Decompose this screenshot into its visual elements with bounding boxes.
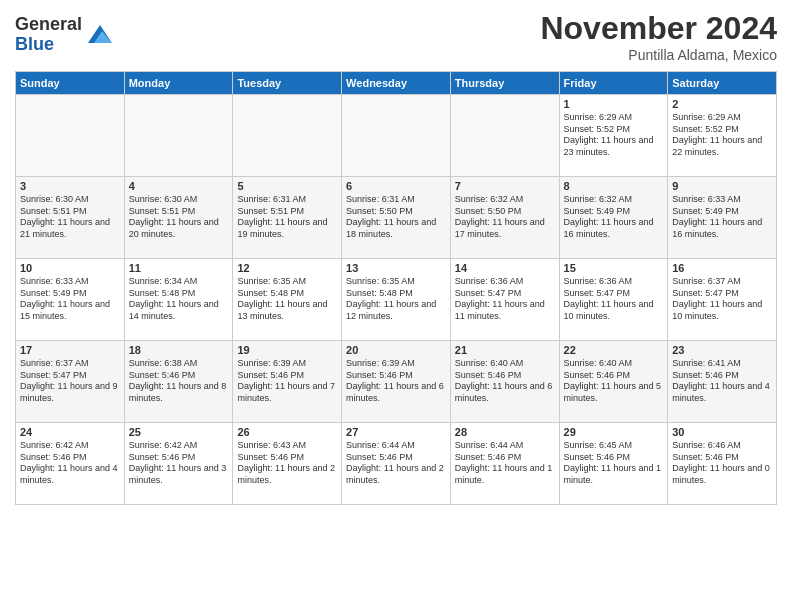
day-info: Daylight: 11 hours and 16 minutes. — [564, 217, 664, 240]
day-info: Daylight: 11 hours and 1 minute. — [564, 463, 664, 486]
day-info: Sunrise: 6:40 AM — [455, 358, 555, 370]
day-info: Daylight: 11 hours and 21 minutes. — [20, 217, 120, 240]
calendar-cell: 13Sunrise: 6:35 AMSunset: 5:48 PMDayligh… — [342, 259, 451, 341]
day-info: Daylight: 11 hours and 17 minutes. — [455, 217, 555, 240]
day-info: Daylight: 11 hours and 20 minutes. — [129, 217, 229, 240]
day-number: 28 — [455, 426, 555, 438]
day-info: Sunrise: 6:37 AM — [672, 276, 772, 288]
day-info: Sunrise: 6:29 AM — [672, 112, 772, 124]
day-info: Sunset: 5:50 PM — [346, 206, 446, 218]
calendar-cell: 2Sunrise: 6:29 AMSunset: 5:52 PMDaylight… — [668, 95, 777, 177]
day-number: 7 — [455, 180, 555, 192]
calendar-cell — [16, 95, 125, 177]
day-info: Sunrise: 6:35 AM — [346, 276, 446, 288]
calendar-body: 1Sunrise: 6:29 AMSunset: 5:52 PMDaylight… — [16, 95, 777, 505]
day-info: Sunset: 5:46 PM — [455, 452, 555, 464]
header-row: SundayMondayTuesdayWednesdayThursdayFrid… — [16, 72, 777, 95]
day-info: Sunset: 5:52 PM — [672, 124, 772, 136]
day-number: 9 — [672, 180, 772, 192]
day-number: 16 — [672, 262, 772, 274]
day-info: Sunrise: 6:29 AM — [564, 112, 664, 124]
title-block: November 2024 Puntilla Aldama, Mexico — [540, 10, 777, 63]
calendar-cell: 20Sunrise: 6:39 AMSunset: 5:46 PMDayligh… — [342, 341, 451, 423]
calendar-cell: 17Sunrise: 6:37 AMSunset: 5:47 PMDayligh… — [16, 341, 125, 423]
day-info: Sunrise: 6:35 AM — [237, 276, 337, 288]
day-info: Daylight: 11 hours and 14 minutes. — [129, 299, 229, 322]
day-info: Sunrise: 6:39 AM — [346, 358, 446, 370]
day-info: Sunrise: 6:42 AM — [20, 440, 120, 452]
day-info: Daylight: 11 hours and 5 minutes. — [564, 381, 664, 404]
calendar-cell: 11Sunrise: 6:34 AMSunset: 5:48 PMDayligh… — [124, 259, 233, 341]
logo: General Blue — [15, 15, 114, 55]
day-info: Sunset: 5:46 PM — [455, 370, 555, 382]
calendar-cell: 18Sunrise: 6:38 AMSunset: 5:46 PMDayligh… — [124, 341, 233, 423]
day-of-week-header: Sunday — [16, 72, 125, 95]
day-info: Sunrise: 6:42 AM — [129, 440, 229, 452]
calendar-cell: 25Sunrise: 6:42 AMSunset: 5:46 PMDayligh… — [124, 423, 233, 505]
day-number: 3 — [20, 180, 120, 192]
day-of-week-header: Tuesday — [233, 72, 342, 95]
calendar-cell: 6Sunrise: 6:31 AMSunset: 5:50 PMDaylight… — [342, 177, 451, 259]
day-info: Sunset: 5:46 PM — [672, 370, 772, 382]
calendar-cell: 7Sunrise: 6:32 AMSunset: 5:50 PMDaylight… — [450, 177, 559, 259]
day-info: Sunset: 5:47 PM — [564, 288, 664, 300]
day-info: Daylight: 11 hours and 12 minutes. — [346, 299, 446, 322]
day-info: Sunset: 5:51 PM — [20, 206, 120, 218]
day-info: Daylight: 11 hours and 15 minutes. — [20, 299, 120, 322]
page-header: General Blue November 2024 Puntilla Alda… — [15, 10, 777, 63]
calendar-week-row: 24Sunrise: 6:42 AMSunset: 5:46 PMDayligh… — [16, 423, 777, 505]
day-number: 14 — [455, 262, 555, 274]
day-info: Sunrise: 6:41 AM — [672, 358, 772, 370]
day-number: 19 — [237, 344, 337, 356]
day-number: 12 — [237, 262, 337, 274]
day-number: 2 — [672, 98, 772, 110]
calendar-week-row: 10Sunrise: 6:33 AMSunset: 5:49 PMDayligh… — [16, 259, 777, 341]
day-info: Daylight: 11 hours and 19 minutes. — [237, 217, 337, 240]
day-info: Daylight: 11 hours and 7 minutes. — [237, 381, 337, 404]
calendar-cell: 26Sunrise: 6:43 AMSunset: 5:46 PMDayligh… — [233, 423, 342, 505]
day-number: 11 — [129, 262, 229, 274]
day-of-week-header: Saturday — [668, 72, 777, 95]
calendar-table: SundayMondayTuesdayWednesdayThursdayFrid… — [15, 71, 777, 505]
day-info: Sunrise: 6:37 AM — [20, 358, 120, 370]
calendar-cell — [450, 95, 559, 177]
day-info: Sunset: 5:46 PM — [346, 452, 446, 464]
day-info: Sunset: 5:47 PM — [20, 370, 120, 382]
day-info: Sunrise: 6:36 AM — [564, 276, 664, 288]
day-info: Daylight: 11 hours and 13 minutes. — [237, 299, 337, 322]
logo-general: General — [15, 15, 82, 35]
calendar-cell: 19Sunrise: 6:39 AMSunset: 5:46 PMDayligh… — [233, 341, 342, 423]
day-info: Sunrise: 6:30 AM — [129, 194, 229, 206]
location: Puntilla Aldama, Mexico — [540, 47, 777, 63]
logo-blue: Blue — [15, 35, 82, 55]
day-number: 10 — [20, 262, 120, 274]
calendar-week-row: 17Sunrise: 6:37 AMSunset: 5:47 PMDayligh… — [16, 341, 777, 423]
day-info: Daylight: 11 hours and 2 minutes. — [237, 463, 337, 486]
calendar-cell: 15Sunrise: 6:36 AMSunset: 5:47 PMDayligh… — [559, 259, 668, 341]
day-number: 24 — [20, 426, 120, 438]
calendar-cell: 4Sunrise: 6:30 AMSunset: 5:51 PMDaylight… — [124, 177, 233, 259]
day-info: Sunrise: 6:43 AM — [237, 440, 337, 452]
day-number: 21 — [455, 344, 555, 356]
day-number: 17 — [20, 344, 120, 356]
day-info: Sunrise: 6:33 AM — [672, 194, 772, 206]
calendar-cell: 27Sunrise: 6:44 AMSunset: 5:46 PMDayligh… — [342, 423, 451, 505]
logo-text: General Blue — [15, 15, 82, 55]
day-info: Sunrise: 6:33 AM — [20, 276, 120, 288]
day-number: 26 — [237, 426, 337, 438]
day-info: Sunset: 5:46 PM — [237, 452, 337, 464]
day-info: Sunrise: 6:30 AM — [20, 194, 120, 206]
day-info: Daylight: 11 hours and 16 minutes. — [672, 217, 772, 240]
day-info: Sunset: 5:46 PM — [346, 370, 446, 382]
day-info: Sunrise: 6:40 AM — [564, 358, 664, 370]
day-info: Sunset: 5:52 PM — [564, 124, 664, 136]
logo-icon — [86, 21, 114, 49]
day-info: Sunset: 5:51 PM — [129, 206, 229, 218]
day-info: Daylight: 11 hours and 1 minute. — [455, 463, 555, 486]
calendar-cell: 16Sunrise: 6:37 AMSunset: 5:47 PMDayligh… — [668, 259, 777, 341]
day-info: Sunset: 5:51 PM — [237, 206, 337, 218]
calendar-week-row: 1Sunrise: 6:29 AMSunset: 5:52 PMDaylight… — [16, 95, 777, 177]
calendar-cell: 29Sunrise: 6:45 AMSunset: 5:46 PMDayligh… — [559, 423, 668, 505]
month-title: November 2024 — [540, 10, 777, 47]
day-number: 25 — [129, 426, 229, 438]
